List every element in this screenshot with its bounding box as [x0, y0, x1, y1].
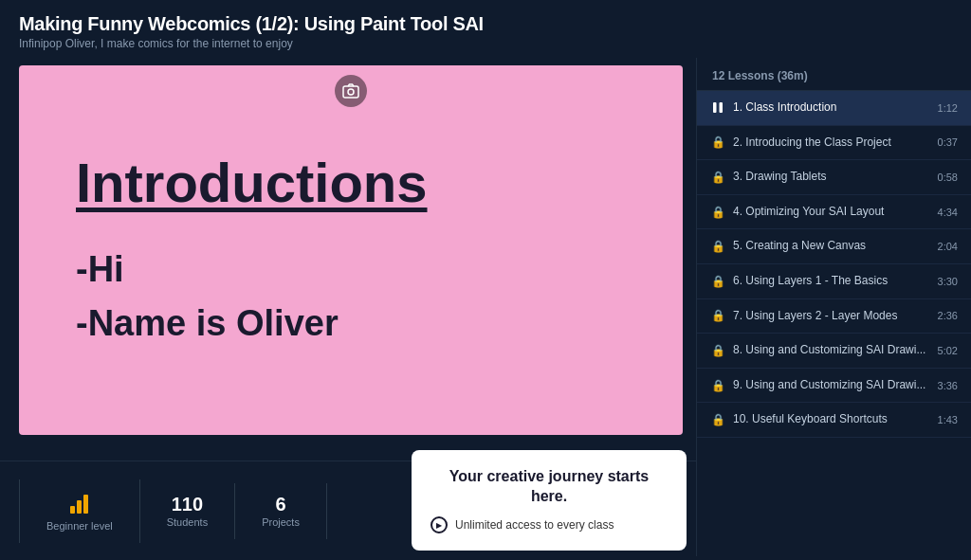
cta-feature: ▶ Unlimited access to every class: [431, 516, 668, 533]
page-title: Making Funny Webcomics (1/2): Using Pain…: [19, 13, 952, 35]
sidebar-header: 12 Lessons (36m): [697, 58, 971, 91]
lesson-duration: 1:43: [938, 414, 958, 425]
bar-chart-icon: [70, 491, 88, 514]
lesson-title: 10. Useful Keyboard Shortcuts: [733, 412, 930, 427]
lock-icon: 🔒: [710, 309, 725, 322]
play-circle-icon: ▶: [431, 516, 448, 533]
lesson-duration: 0:58: [938, 172, 958, 183]
lesson-duration: 1:12: [938, 102, 958, 114]
stat-projects-value: 6: [275, 495, 285, 514]
lesson-title: 8. Using and Customizing SAI Drawi...: [733, 343, 930, 358]
lesson-item[interactable]: 🔒 4. Optimizing Your SAI Layout 4:34: [697, 195, 971, 230]
stat-students-value: 110: [172, 495, 203, 514]
lesson-duration: 0:37: [938, 136, 958, 148]
lock-icon: 🔒: [710, 413, 725, 426]
lesson-item[interactable]: 1. Class Introduction 1:12: [697, 91, 971, 126]
stat-students: 110 Students: [140, 483, 235, 539]
slide-text: -Hi-Name is Oliver: [76, 243, 339, 351]
pause-icon: [710, 101, 725, 114]
stat-students-label: Students: [167, 516, 208, 528]
stat-beginner: Beginner level: [19, 479, 140, 543]
lesson-duration: 2:04: [938, 241, 958, 252]
lesson-item[interactable]: 🔒 7. Using Layers 2 - Layer Modes 2:36: [697, 299, 971, 334]
lesson-title: 1. Class Introduction: [733, 100, 930, 116]
lesson-item[interactable]: 🔒 3. Drawing Tablets 0:58: [697, 160, 971, 195]
lesson-duration: 3:36: [938, 380, 958, 391]
lesson-title: 9. Using and Customizing SAI Drawi...: [733, 378, 930, 393]
svg-rect-2: [713, 102, 717, 113]
lock-icon: 🔒: [710, 206, 725, 219]
lock-icon: 🔒: [710, 344, 725, 357]
lesson-duration: 2:36: [938, 310, 958, 321]
cta-title: Your creative journey starts here.: [431, 467, 668, 507]
lesson-item[interactable]: 🔒 5. Creating a New Canvas 2:04: [697, 229, 971, 264]
lessons-sidebar[interactable]: 12 Lessons (36m) 1. Class Introduction 1…: [696, 58, 971, 556]
lesson-item[interactable]: 🔒 2. Introducing the Class Project 0:37: [697, 126, 971, 161]
svg-point-1: [348, 89, 354, 95]
lock-icon: 🔒: [710, 135, 725, 149]
lesson-title: 4. Optimizing Your SAI Layout: [733, 205, 930, 220]
lock-icon: 🔒: [710, 171, 725, 184]
lesson-duration: 4:34: [938, 207, 958, 218]
lock-icon: 🔒: [710, 275, 725, 288]
stat-beginner-label: Beginner level: [46, 520, 113, 532]
lock-icon: 🔒: [710, 240, 725, 253]
stat-projects: 6 Projects: [235, 483, 327, 539]
stat-projects-label: Projects: [262, 516, 300, 528]
lesson-title: 7. Using Layers 2 - Layer Modes: [733, 309, 930, 324]
video-player[interactable]: Introductions -Hi-Name is Oliver: [19, 65, 683, 435]
screenshot-icon[interactable]: [335, 75, 367, 107]
video-slide: Introductions -Hi-Name is Oliver: [19, 65, 683, 435]
lesson-item[interactable]: 🔒 9. Using and Customizing SAI Drawi... …: [697, 369, 971, 404]
lesson-title: 2. Introducing the Class Project: [733, 135, 930, 151]
svg-rect-0: [343, 86, 358, 98]
lesson-item[interactable]: 🔒 6. Using Layers 1 - The Basics 3:30: [697, 264, 971, 299]
lesson-title: 6. Using Layers 1 - The Basics: [733, 274, 930, 289]
cta-feature-text: Unlimited access to every class: [455, 518, 614, 532]
lesson-title: 5. Creating a New Canvas: [733, 239, 930, 254]
svg-rect-3: [720, 102, 724, 113]
lesson-item[interactable]: 🔒 10. Useful Keyboard Shortcuts 1:43: [697, 403, 971, 438]
page-header: Making Funny Webcomics (1/2): Using Pain…: [0, 0, 971, 58]
lesson-duration: 5:02: [938, 345, 958, 356]
lesson-duration: 3:30: [938, 276, 958, 287]
lock-icon: 🔒: [710, 379, 725, 392]
lesson-item[interactable]: 🔒 8. Using and Customizing SAI Drawi... …: [697, 334, 971, 369]
page-subtitle: Infinipop Oliver, I make comics for the …: [19, 37, 952, 50]
cta-card: Your creative journey starts here. ▶ Unl…: [412, 450, 687, 551]
slide-title: Introductions: [76, 151, 428, 214]
lesson-title: 3. Drawing Tablets: [733, 170, 930, 185]
